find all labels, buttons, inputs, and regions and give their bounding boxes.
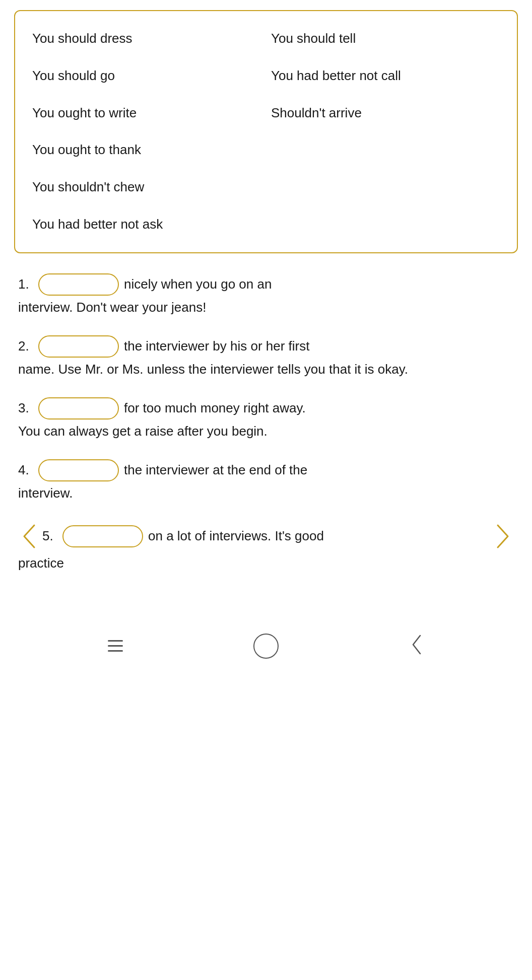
word-item: You should go <box>27 57 266 95</box>
back-button[interactable] <box>404 628 429 664</box>
question-text-2: the interviewer by his or her first <box>124 336 309 356</box>
question-5: 5. on a lot of interviews. It's good pra… <box>18 521 514 573</box>
question-text-4: the interviewer at the end of the <box>124 460 307 480</box>
question-continuation-5: practice <box>18 553 514 573</box>
question-2: 2. the interviewer by his or her first n… <box>18 335 514 379</box>
question-4: 4. the interviewer at the end of the int… <box>18 459 514 503</box>
question-continuation-1: interview. Don't wear your jeans! <box>18 298 514 317</box>
question-number-1: 1. <box>18 274 33 294</box>
answer-box-3[interactable] <box>38 397 119 419</box>
word-item: You should dress <box>27 20 266 57</box>
answer-box-2[interactable] <box>38 335 119 358</box>
word-item: Shouldn't arrive <box>266 95 505 132</box>
nav-lines-button[interactable] <box>103 635 128 657</box>
questions-section: 1. nicely when you go on an interview. D… <box>0 268 532 611</box>
question-number-5: 5. <box>42 526 57 546</box>
word-item: You had better not ask <box>27 206 505 243</box>
answer-box-1[interactable] <box>38 273 119 296</box>
question-3: 3. for too much money right away. You ca… <box>18 397 514 441</box>
question-continuation-3: You can always get a raise after you beg… <box>18 422 514 441</box>
word-item: You ought to thank <box>27 131 505 169</box>
question-text-5: on a lot of interviews. It's good <box>148 526 324 546</box>
answer-box-4[interactable] <box>38 459 119 481</box>
word-item: You ought to write <box>27 95 266 132</box>
question-1: 1. nicely when you go on an interview. D… <box>18 273 514 317</box>
question-text-3: for too much money right away. <box>124 398 306 418</box>
word-item: You had better not call <box>266 57 505 95</box>
question-continuation-4: interview. <box>18 483 514 503</box>
question-number-3: 3. <box>18 398 33 418</box>
prev-arrow-icon[interactable] <box>18 521 40 551</box>
answer-box-5[interactable] <box>62 525 143 547</box>
question-continuation-2: name. Use Mr. or Ms. unless the intervie… <box>18 360 514 379</box>
question-number-2: 2. <box>18 336 33 356</box>
word-bank: You should dress You should tell You sho… <box>14 10 518 253</box>
bottom-nav <box>0 616 532 682</box>
next-arrow-icon[interactable] <box>492 521 514 551</box>
question-text-1: nicely when you go on an <box>124 274 272 294</box>
word-item: You shouldn't chew <box>27 169 505 206</box>
word-item: You should tell <box>266 20 505 57</box>
question-number-4: 4. <box>18 460 33 480</box>
home-button[interactable] <box>253 634 279 659</box>
